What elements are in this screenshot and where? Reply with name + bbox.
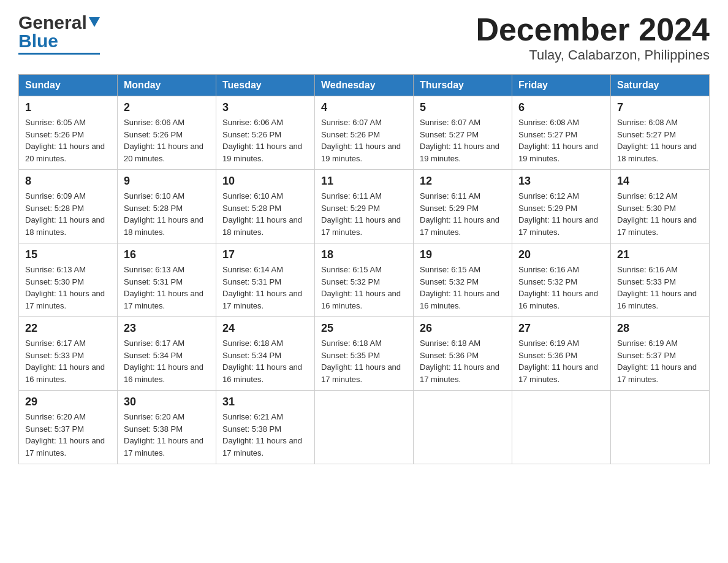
sunrise-label: Sunrise: 6:10 AM xyxy=(124,191,184,201)
sunrise-label: Sunrise: 6:17 AM xyxy=(124,339,184,348)
day-info: Sunrise: 6:09 AM Sunset: 5:28 PM Dayligh… xyxy=(25,190,111,238)
days-header-row: SundayMondayTuesdayWednesdayThursdayFrid… xyxy=(19,75,710,96)
day-number: 14 xyxy=(617,175,703,188)
sunrise-label: Sunrise: 6:19 AM xyxy=(617,339,678,348)
page-header: General Blue December 2024 Tulay, Calaba… xyxy=(18,12,710,63)
logo-blue-text: Blue xyxy=(18,31,58,52)
daylight-label: Daylight: 11 hours and 16 minutes. xyxy=(25,362,105,384)
day-info: Sunrise: 6:08 AM Sunset: 5:27 PM Dayligh… xyxy=(518,117,604,164)
day-info: Sunrise: 6:19 AM Sunset: 5:36 PM Dayligh… xyxy=(518,337,604,385)
day-number: 17 xyxy=(222,248,308,261)
week-row-2: 8 Sunrise: 6:09 AM Sunset: 5:28 PM Dayli… xyxy=(19,170,710,243)
day-info: Sunrise: 6:15 AM Sunset: 5:32 PM Dayligh… xyxy=(420,264,506,312)
calendar-cell: 22 Sunrise: 6:17 AM Sunset: 5:33 PM Dayl… xyxy=(19,317,118,391)
header-thursday: Thursday xyxy=(414,75,512,96)
svg-marker-0 xyxy=(89,17,100,27)
sunset-label: Sunset: 5:27 PM xyxy=(420,130,479,139)
calendar-title: December 2024 xyxy=(476,12,710,47)
calendar-table: SundayMondayTuesdayWednesdayThursdayFrid… xyxy=(18,74,710,464)
calendar-cell: 10 Sunrise: 6:10 AM Sunset: 5:28 PM Dayl… xyxy=(216,170,315,243)
day-info: Sunrise: 6:14 AM Sunset: 5:31 PM Dayligh… xyxy=(222,264,308,312)
day-number: 15 xyxy=(25,248,111,261)
daylight-label: Daylight: 11 hours and 16 minutes. xyxy=(124,362,203,384)
calendar-cell xyxy=(414,391,512,464)
day-info: Sunrise: 6:06 AM Sunset: 5:26 PM Dayligh… xyxy=(222,117,308,164)
sunrise-label: Sunrise: 6:15 AM xyxy=(420,265,480,274)
day-info: Sunrise: 6:19 AM Sunset: 5:37 PM Dayligh… xyxy=(617,337,703,385)
daylight-label: Daylight: 11 hours and 17 minutes. xyxy=(25,436,105,458)
sunrise-label: Sunrise: 6:20 AM xyxy=(124,412,184,421)
day-info: Sunrise: 6:18 AM Sunset: 5:35 PM Dayligh… xyxy=(321,337,407,385)
calendar-cell: 5 Sunrise: 6:07 AM Sunset: 5:27 PM Dayli… xyxy=(414,96,512,170)
day-number: 8 xyxy=(25,175,111,188)
day-info: Sunrise: 6:07 AM Sunset: 5:26 PM Dayligh… xyxy=(321,117,407,164)
sunset-label: Sunset: 5:26 PM xyxy=(124,130,183,139)
daylight-label: Daylight: 11 hours and 19 minutes. xyxy=(222,142,302,163)
calendar-cell: 17 Sunrise: 6:14 AM Sunset: 5:31 PM Dayl… xyxy=(216,243,315,317)
day-info: Sunrise: 6:08 AM Sunset: 5:27 PM Dayligh… xyxy=(617,117,703,164)
day-info: Sunrise: 6:07 AM Sunset: 5:27 PM Dayligh… xyxy=(420,117,506,164)
calendar-cell xyxy=(315,391,414,464)
day-number: 11 xyxy=(321,175,407,188)
sunrise-label: Sunrise: 6:17 AM xyxy=(25,339,86,348)
sunrise-label: Sunrise: 6:08 AM xyxy=(617,118,678,127)
sunset-label: Sunset: 5:26 PM xyxy=(25,130,84,139)
daylight-label: Daylight: 11 hours and 17 minutes. xyxy=(321,362,401,384)
calendar-cell: 30 Sunrise: 6:20 AM Sunset: 5:38 PM Dayl… xyxy=(118,391,216,464)
sunset-label: Sunset: 5:29 PM xyxy=(518,204,577,213)
calendar-cell: 29 Sunrise: 6:20 AM Sunset: 5:37 PM Dayl… xyxy=(19,391,118,464)
day-number: 31 xyxy=(222,396,308,408)
day-number: 23 xyxy=(124,322,210,335)
week-row-3: 15 Sunrise: 6:13 AM Sunset: 5:30 PM Dayl… xyxy=(19,243,710,317)
title-section: December 2024 Tulay, Calabarzon, Philipp… xyxy=(476,12,710,63)
calendar-cell: 21 Sunrise: 6:16 AM Sunset: 5:33 PM Dayl… xyxy=(611,243,710,317)
daylight-label: Daylight: 11 hours and 16 minutes. xyxy=(617,289,697,310)
daylight-label: Daylight: 11 hours and 17 minutes. xyxy=(617,362,697,384)
calendar-location: Tulay, Calabarzon, Philippines xyxy=(476,47,710,63)
daylight-label: Daylight: 11 hours and 17 minutes. xyxy=(222,436,302,458)
sunrise-label: Sunrise: 6:06 AM xyxy=(124,118,184,127)
calendar-cell: 4 Sunrise: 6:07 AM Sunset: 5:26 PM Dayli… xyxy=(315,96,414,170)
daylight-label: Daylight: 11 hours and 18 minutes. xyxy=(124,215,203,237)
calendar-cell xyxy=(611,391,710,464)
header-tuesday: Tuesday xyxy=(216,75,315,96)
sunset-label: Sunset: 5:26 PM xyxy=(321,130,380,139)
daylight-label: Daylight: 11 hours and 20 minutes. xyxy=(124,142,203,163)
calendar-cell: 26 Sunrise: 6:18 AM Sunset: 5:36 PM Dayl… xyxy=(414,317,512,391)
sunset-label: Sunset: 5:28 PM xyxy=(124,204,183,213)
daylight-label: Daylight: 11 hours and 18 minutes. xyxy=(222,215,302,237)
day-number: 27 xyxy=(518,322,604,335)
sunrise-label: Sunrise: 6:21 AM xyxy=(222,412,283,421)
daylight-label: Daylight: 11 hours and 17 minutes. xyxy=(25,289,105,310)
sunset-label: Sunset: 5:32 PM xyxy=(518,277,577,286)
sunrise-label: Sunrise: 6:20 AM xyxy=(25,412,86,421)
daylight-label: Daylight: 11 hours and 20 minutes. xyxy=(25,142,105,163)
header-friday: Friday xyxy=(512,75,611,96)
day-info: Sunrise: 6:17 AM Sunset: 5:33 PM Dayligh… xyxy=(25,337,111,385)
calendar-cell: 7 Sunrise: 6:08 AM Sunset: 5:27 PM Dayli… xyxy=(611,96,710,170)
sunset-label: Sunset: 5:35 PM xyxy=(321,351,380,360)
calendar-cell: 25 Sunrise: 6:18 AM Sunset: 5:35 PM Dayl… xyxy=(315,317,414,391)
day-info: Sunrise: 6:20 AM Sunset: 5:37 PM Dayligh… xyxy=(25,411,111,459)
sunset-label: Sunset: 5:36 PM xyxy=(518,351,577,360)
day-number: 16 xyxy=(124,248,210,261)
sunrise-label: Sunrise: 6:05 AM xyxy=(25,118,86,127)
sunrise-label: Sunrise: 6:12 AM xyxy=(617,191,678,201)
day-number: 4 xyxy=(321,101,407,114)
sunset-label: Sunset: 5:27 PM xyxy=(617,130,676,139)
logo-underline xyxy=(18,53,100,55)
sunset-label: Sunset: 5:37 PM xyxy=(25,424,84,434)
calendar-cell: 8 Sunrise: 6:09 AM Sunset: 5:28 PM Dayli… xyxy=(19,170,118,243)
logo-triangle-icon xyxy=(89,17,100,29)
sunrise-label: Sunrise: 6:09 AM xyxy=(25,191,86,201)
sunset-label: Sunset: 5:33 PM xyxy=(25,351,84,360)
sunset-label: Sunset: 5:31 PM xyxy=(124,277,183,286)
sunrise-label: Sunrise: 6:06 AM xyxy=(222,118,283,127)
day-number: 12 xyxy=(420,175,506,188)
header-sunday: Sunday xyxy=(19,75,118,96)
calendar-cell: 15 Sunrise: 6:13 AM Sunset: 5:30 PM Dayl… xyxy=(19,243,118,317)
calendar-cell: 20 Sunrise: 6:16 AM Sunset: 5:32 PM Dayl… xyxy=(512,243,611,317)
day-number: 26 xyxy=(420,322,506,335)
daylight-label: Daylight: 11 hours and 18 minutes. xyxy=(617,142,697,163)
day-number: 24 xyxy=(222,322,308,335)
